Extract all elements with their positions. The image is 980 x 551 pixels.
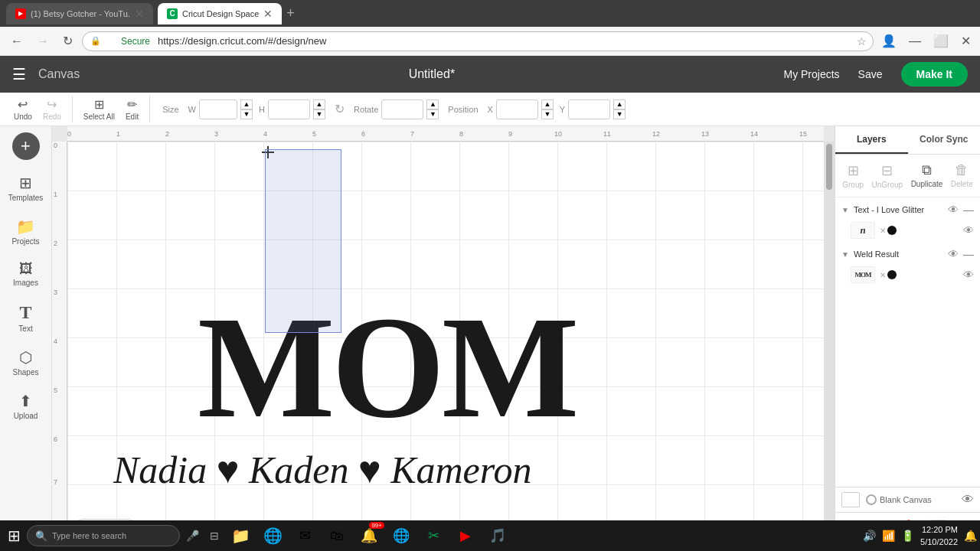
layer-text-eye-child[interactable]: 👁 — [963, 224, 974, 236]
make-it-button[interactable]: Make It — [901, 62, 968, 86]
select-all-button[interactable]: ⊞ Select All — [79, 96, 119, 122]
network-icon[interactable]: 📶 — [882, 530, 895, 542]
sidebar-item-shapes[interactable]: ⬡ Shapes — [3, 342, 49, 383]
height-input[interactable] — [268, 99, 310, 119]
shapes-label: Shapes — [13, 368, 39, 377]
new-tab-button[interactable]: + — [286, 5, 295, 21]
taskbar-icon-edge[interactable]: 🌐 — [257, 522, 288, 549]
x-input[interactable] — [496, 99, 538, 119]
taskbar-icon-cricut-app[interactable]: ✂ — [418, 522, 449, 549]
bookmark-icon[interactable]: ☆ — [857, 35, 867, 47]
vertical-scroll-thumb[interactable] — [826, 144, 832, 190]
rotate-up-arrow[interactable]: ▲ — [426, 99, 439, 109]
layers-list: ▼ Text - I Love Glitter 👁 — n ✕ 👁 — [835, 197, 980, 487]
taskbar-clock[interactable]: 12:20 PM 5/10/2022 — [920, 523, 958, 549]
save-button[interactable]: Save — [849, 64, 892, 85]
tab-youtube[interactable]: ▶ (1) Betsy Gotcher - YouTu... ✕ — [6, 3, 153, 24]
close-icon[interactable]: ✕ — [958, 32, 974, 50]
height-down-arrow[interactable]: ▼ — [313, 109, 325, 119]
height-up-arrow[interactable]: ▲ — [313, 99, 325, 109]
width-up-arrow[interactable]: ▲ — [240, 99, 253, 109]
edit-button[interactable]: ✏ Edit — [121, 96, 143, 122]
taskbar-icon-chrome[interactable]: 🌐 — [386, 522, 416, 549]
cursor-crosshair — [262, 146, 274, 158]
y-up-arrow[interactable]: ▲ — [613, 99, 626, 109]
rotate-icon: ↻ — [332, 102, 348, 116]
taskbar-icon-media[interactable]: 🎵 — [482, 522, 513, 549]
address-bar[interactable]: 🔒 Secure https://design.cricut.com/#/des… — [82, 31, 874, 51]
width-arrows: ▲ ▼ — [240, 99, 253, 119]
sidebar-item-images[interactable]: 🖼 Images — [3, 255, 49, 293]
layer-text-expand[interactable]: ▼ — [841, 206, 849, 214]
layer-text-minus[interactable]: — — [963, 204, 974, 216]
layer-weld-minus[interactable]: — — [963, 248, 974, 260]
tab-cricut-close[interactable]: ✕ — [263, 8, 273, 20]
minimize-icon[interactable]: — — [906, 33, 924, 50]
notification-center-icon[interactable]: 🔔 — [964, 530, 977, 542]
battery-icon[interactable]: 🔋 — [901, 530, 914, 542]
canvas-area[interactable]: 0 1 2 3 4 5 6 7 8 9 10 11 12 13 14 15 — [52, 126, 835, 551]
start-button[interactable]: ⊞ — [3, 527, 25, 545]
rotate-input[interactable] — [381, 99, 423, 119]
youtube-favicon: ▶ — [15, 8, 26, 19]
width-input[interactable] — [199, 99, 237, 119]
back-button[interactable]: ← — [6, 33, 28, 50]
taskbar-task-view[interactable]: ⊟ — [205, 530, 224, 542]
tab-color-sync[interactable]: Color Sync — [908, 126, 981, 154]
taskbar-search[interactable]: 🔍 Type here to search — [27, 525, 180, 546]
group-button[interactable]: ⊞ Group — [839, 159, 867, 192]
ungroup-label: UnGroup — [872, 181, 903, 189]
taskbar-icon-store[interactable]: 🛍 — [322, 522, 352, 549]
layer-weld-expand[interactable]: ▼ — [841, 250, 849, 259]
duplicate-label: Duplicate — [911, 180, 943, 188]
y-input[interactable] — [568, 99, 610, 119]
undo-button[interactable]: ↩ Undo — [9, 96, 37, 122]
taskbar-icon-notifications[interactable]: 🔔 99+ — [354, 522, 384, 549]
forward-button[interactable]: → — [32, 33, 54, 50]
layer-text-icons: ✕ — [880, 226, 897, 235]
select-all-label: Select All — [83, 112, 115, 121]
sidebar-item-new[interactable]: + — [12, 132, 40, 160]
width-down-arrow[interactable]: ▼ — [240, 109, 253, 119]
x-up-arrow[interactable]: ▲ — [541, 99, 554, 109]
sidebar-item-text[interactable]: T Text — [3, 296, 49, 339]
my-projects-button[interactable]: My Projects — [783, 68, 839, 80]
redo-button[interactable]: ↪ Redo — [38, 96, 66, 122]
taskbar-icon-explorer[interactable]: 📁 — [225, 522, 256, 549]
names-text[interactable]: Nadia ♥ Kaden ♥ Kameron — [113, 448, 531, 492]
taskbar-icon-mail[interactable]: ✉ — [289, 522, 320, 549]
layer-text-eye[interactable]: 👁 — [948, 204, 959, 216]
hide-icon[interactable]: 👁 — [962, 493, 974, 507]
canvas-color-swatch[interactable] — [841, 492, 860, 507]
speaker-icon[interactable]: 🔊 — [863, 530, 876, 542]
layer-weld-header[interactable]: ▼ Weld Result 👁 — — [835, 245, 980, 263]
mom-text[interactable]: MOM — [198, 295, 576, 440]
tab-layers[interactable]: Layers — [835, 126, 908, 154]
blank-canvas-circle[interactable] — [866, 494, 877, 505]
taskbar-icon-youtube[interactable]: ▶ — [450, 522, 481, 549]
x-down-arrow[interactable]: ▼ — [541, 109, 554, 119]
refresh-button[interactable]: ↻ — [58, 32, 77, 50]
delete-button[interactable]: 🗑 Delete — [948, 159, 976, 192]
layer-text-child[interactable]: n ✕ 👁 — [835, 219, 980, 242]
taskbar-cortana[interactable]: 🎤 — [181, 530, 204, 542]
layer-text-header[interactable]: ▼ Text - I Love Glitter 👁 — — [835, 201, 980, 219]
extensions-icon[interactable]: 👤 — [878, 32, 900, 50]
restore-icon[interactable]: ⬜ — [930, 32, 952, 50]
tab-youtube-close[interactable]: ✕ — [135, 8, 144, 20]
duplicate-button[interactable]: ⧉ Duplicate — [908, 159, 946, 192]
sidebar-item-upload[interactable]: ⬆ Upload — [3, 386, 49, 426]
layer-weld-eye[interactable]: 👁 — [948, 248, 959, 260]
hamburger-menu[interactable]: ☰ — [12, 65, 26, 83]
sidebar-item-projects[interactable]: 📁 Projects — [3, 211, 49, 252]
y-down-arrow[interactable]: ▼ — [613, 109, 626, 119]
group-label: Group — [842, 181, 864, 189]
sidebar-item-templates[interactable]: ⊞ Templates — [3, 168, 49, 208]
ungroup-button[interactable]: ⊟ UnGroup — [869, 159, 906, 192]
vertical-scrollbar[interactable] — [824, 142, 835, 540]
layer-weld-eye-child[interactable]: 👁 — [963, 269, 974, 281]
tab-cricut[interactable]: C Cricut Design Space ✕ — [158, 3, 282, 24]
rotate-down-arrow[interactable]: ▼ — [426, 109, 439, 119]
layer-weld-thumbnail: MOM — [851, 266, 875, 283]
layer-weld-child[interactable]: MOM ✕ 👁 — [835, 263, 980, 286]
